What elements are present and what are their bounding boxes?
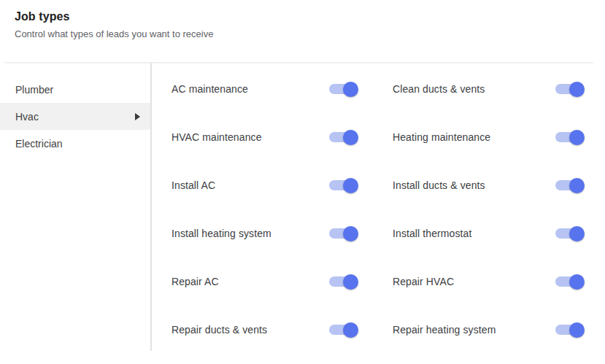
page-subtitle: Control what types of leads you want to … <box>15 28 213 40</box>
job-type-label: Repair AC <box>172 276 219 287</box>
toggle-thumb <box>569 226 585 241</box>
job-type-row: Heating maintenance <box>393 113 585 161</box>
job-type-toggle[interactable] <box>329 274 358 290</box>
job-type-label: Install ducts & vents <box>393 179 485 191</box>
page-title: Job types <box>15 9 213 24</box>
page-header: Job types Control what types of leads yo… <box>15 9 213 40</box>
job-type-row: Install thermostat <box>393 209 585 257</box>
job-type-row: AC maintenance <box>172 65 358 113</box>
toggle-thumb <box>569 178 585 193</box>
job-type-toggle[interactable] <box>555 177 585 194</box>
content-area: Plumber Hvac Electrician AC maintenance … <box>0 63 605 364</box>
job-type-toggle[interactable] <box>555 81 585 98</box>
sidebar-item-label: Hvac <box>15 111 39 123</box>
job-type-label: Clean ducts & vents <box>393 83 485 95</box>
job-type-toggle[interactable] <box>329 129 358 146</box>
sidebar-item-hvac[interactable]: Hvac <box>0 103 150 130</box>
toggle-thumb <box>343 82 358 97</box>
job-type-toggle[interactable] <box>555 225 585 242</box>
job-type-row: Install ducts & vents <box>393 161 585 209</box>
job-type-toggle[interactable] <box>329 322 358 338</box>
job-type-toggle[interactable] <box>555 129 585 146</box>
job-type-row: Install AC <box>172 161 358 209</box>
sidebar-item-electrician[interactable]: Electrician <box>0 130 150 157</box>
arrow-right-icon <box>135 113 140 120</box>
job-type-row: Repair heating system <box>393 306 585 354</box>
toggle-thumb <box>343 226 358 241</box>
job-type-row: Repair HVAC <box>393 257 585 306</box>
toggle-thumb <box>343 274 358 290</box>
job-type-toggle[interactable] <box>329 177 358 194</box>
toggle-thumb <box>569 322 585 338</box>
job-type-label: Repair HVAC <box>393 276 454 287</box>
toggle-thumb <box>343 130 358 145</box>
job-type-row: Install heating system <box>172 209 358 257</box>
job-type-row: Clean ducts & vents <box>393 65 585 113</box>
job-types-grid: AC maintenance Clean ducts & vents HVAC … <box>152 63 605 364</box>
job-type-label: AC maintenance <box>172 83 248 95</box>
job-type-label: Heating maintenance <box>393 131 490 143</box>
toggle-thumb <box>569 82 585 97</box>
job-category-sidebar: Plumber Hvac Electrician <box>0 63 150 364</box>
job-type-label: Repair ducts & vents <box>172 324 267 336</box>
job-type-label: Install thermostat <box>393 228 471 239</box>
job-type-row: HVAC maintenance <box>172 113 358 161</box>
sidebar-item-plumber[interactable]: Plumber <box>0 76 150 103</box>
toggle-thumb <box>343 322 358 338</box>
job-type-label: HVAC maintenance <box>172 131 262 143</box>
job-type-toggle[interactable] <box>329 81 358 98</box>
job-type-toggle[interactable] <box>329 225 358 242</box>
job-type-row: Repair AC <box>172 257 358 306</box>
job-type-row: Repair ducts & vents <box>172 306 358 354</box>
toggle-thumb <box>569 130 585 145</box>
toggle-thumb <box>343 178 358 193</box>
job-type-label: Install heating system <box>172 228 271 239</box>
job-type-toggle[interactable] <box>555 274 585 290</box>
toggle-thumb <box>569 274 585 290</box>
job-type-label: Repair heating system <box>393 324 496 336</box>
sidebar-item-label: Electrician <box>15 138 63 150</box>
job-types-page: Job types Control what types of leads yo… <box>0 0 605 364</box>
job-type-toggle[interactable] <box>555 322 585 338</box>
sidebar-item-label: Plumber <box>15 84 53 96</box>
job-type-label: Install AC <box>172 179 215 191</box>
